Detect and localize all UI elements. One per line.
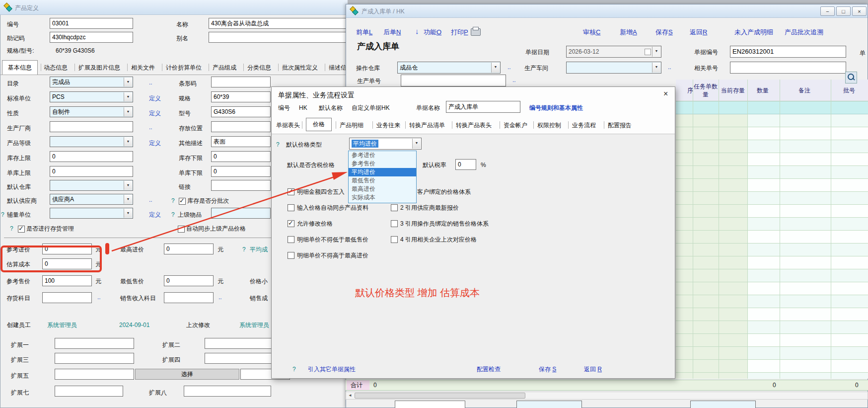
- nature-define-link[interactable]: 定义: [149, 109, 161, 117]
- toolbar-next-button[interactable]: 后单N: [383, 28, 401, 37]
- maximize-icon[interactable]: □: [836, 6, 851, 16]
- table-left-columns[interactable]: [676, 101, 747, 379]
- doc-date-field[interactable]: 2026-03-12: [566, 46, 661, 58]
- toolbar-prev-button[interactable]: 前单L: [356, 28, 372, 37]
- default-warehouse-combo[interactable]: [50, 180, 133, 191]
- dropdown-arrow-icon[interactable]: [652, 47, 660, 57]
- modal-tab-permission[interactable]: 权限控制: [537, 121, 561, 130]
- dropdown-arrow-icon[interactable]: [124, 195, 132, 204]
- mnemonic-input[interactable]: 430lhqcdpzc: [50, 32, 133, 43]
- spec-input[interactable]: 60*39: [211, 91, 271, 102]
- inventory-mgmt-checkbox[interactable]: [18, 226, 25, 233]
- table-right-columns[interactable]: [747, 101, 868, 379]
- table-active-row[interactable]: [676, 101, 868, 114]
- min-sell-limit-checkbox[interactable]: [288, 236, 294, 243]
- modal-tab-price[interactable]: 价格: [306, 118, 332, 131]
- sync-product-price-checkbox[interactable]: [288, 204, 294, 211]
- link-input[interactable]: [211, 180, 271, 191]
- sales-account-ellipsis-button[interactable]: ..: [218, 293, 222, 301]
- toolbar-function-button[interactable]: 功能O: [424, 28, 441, 37]
- tab-price-conversion-unit[interactable]: 计价折算单位: [166, 64, 202, 72]
- modal-tab-doc-header[interactable]: 单据表头: [276, 121, 300, 130]
- alias-input[interactable]: [209, 32, 347, 43]
- modal-tab-business[interactable]: 业务往来: [376, 121, 400, 130]
- select-button[interactable]: 选择: [135, 369, 239, 380]
- minimize-icon[interactable]: −: [820, 6, 835, 16]
- price-type-combo[interactable]: 平均进价: [349, 138, 422, 150]
- warehouse-ellipsis-button[interactable]: ..: [507, 63, 511, 71]
- ext7-input[interactable]: [55, 386, 123, 397]
- modal-doc-name-input[interactable]: 产成入库单: [446, 101, 520, 113]
- toolbar-batch-trace-link[interactable]: 产品批次追溯: [785, 28, 823, 37]
- modal-tab-product-detail[interactable]: 产品明细: [340, 121, 363, 130]
- tab-basic-info[interactable]: 基本信息: [2, 60, 38, 75]
- stock-min-input[interactable]: 0: [211, 151, 271, 162]
- bottom-row-field[interactable]: [690, 401, 756, 408]
- bottom-row-field[interactable]: [395, 401, 465, 408]
- wh-min-input[interactable]: 0: [211, 166, 271, 177]
- dropdown-option-selected[interactable]: 平均进价: [349, 168, 416, 176]
- std-unit-combo[interactable]: PCS: [50, 91, 133, 102]
- modal-tab-convert-list[interactable]: 转换产品清单: [409, 121, 445, 130]
- dropdown-arrow-icon[interactable]: [124, 78, 132, 86]
- bottom-row-field[interactable]: [516, 401, 582, 408]
- product-no-input[interactable]: 03001: [50, 18, 133, 29]
- catalog-combo[interactable]: 完成品: [50, 77, 133, 87]
- dropdown-option[interactable]: 参考售价: [349, 160, 416, 168]
- operator-price-system-checkbox[interactable]: [391, 220, 398, 227]
- allow-modify-price-checkbox[interactable]: [288, 220, 294, 227]
- dropdown-option[interactable]: 最低售价: [349, 176, 416, 185]
- ref-sell-price-input[interactable]: 100: [42, 275, 92, 286]
- grade-combo[interactable]: [50, 136, 133, 147]
- toolbar-pending-detail-link[interactable]: 未入产成明细: [734, 28, 773, 37]
- dropdown-arrow-icon[interactable]: [124, 209, 132, 218]
- printer-icon[interactable]: [471, 28, 481, 36]
- avg-cost-link-fragment[interactable]: 平均成: [250, 245, 268, 253]
- min-sell-price-input[interactable]: 0: [164, 275, 214, 286]
- parent-item-combo[interactable]: [211, 208, 271, 219]
- manufacturer-input[interactable]: [50, 121, 133, 132]
- magnifier-icon[interactable]: [845, 72, 857, 83]
- dropdown-arrow-icon[interactable]: [124, 107, 132, 116]
- op-warehouse-combo[interactable]: 成品仓: [397, 62, 501, 74]
- tab-product-composition[interactable]: 产品组成: [213, 64, 236, 72]
- supplier-ellipsis-button[interactable]: ..: [149, 196, 152, 204]
- price-type-dropdown[interactable]: 参考进价 参考售价 平均进价 最低售价 最高进价 实际成本: [348, 151, 417, 203]
- aux-unit-define-link[interactable]: 定义: [149, 211, 161, 219]
- close-icon[interactable]: ×: [852, 6, 867, 16]
- toolbar-back-button[interactable]: 返回R: [690, 28, 707, 37]
- default-supplier-combo[interactable]: 供应商A: [50, 194, 133, 205]
- round-amount-checkbox[interactable]: [288, 188, 294, 195]
- workshop-ellipsis-button[interactable]: ..: [668, 63, 671, 71]
- production-order-ellipsis-button[interactable]: ..: [512, 76, 516, 84]
- grade-define-link[interactable]: 定义: [149, 139, 161, 147]
- toolbar-save-button[interactable]: 保存S: [655, 28, 673, 37]
- barcode-input[interactable]: [211, 77, 271, 87]
- toolbar-audit-button[interactable]: 审核C: [583, 28, 600, 37]
- ext1-input[interactable]: [55, 338, 134, 349]
- ext5-input[interactable]: [55, 369, 134, 380]
- product-name-input[interactable]: 430离合器从动盘总成: [209, 18, 347, 29]
- dropdown-option[interactable]: 参考进价: [349, 151, 416, 160]
- related-company-price-checkbox[interactable]: [391, 236, 398, 243]
- inventory-account-ellipsis-button[interactable]: ..: [97, 293, 101, 301]
- toolbar-add-button[interactable]: 新增A: [620, 28, 637, 37]
- receipt-window-titlebar[interactable]: [346, 4, 868, 18]
- unit-define-link[interactable]: 定义: [149, 94, 161, 102]
- tab-extend-picture[interactable]: 扩展及图片信息: [78, 64, 120, 72]
- max-purchase-limit-checkbox[interactable]: [288, 252, 294, 259]
- scrollbar-thumb[interactable]: [355, 393, 525, 399]
- modal-tab-config-report[interactable]: 配置报告: [608, 121, 632, 130]
- dropdown-arrow-icon[interactable]: [124, 92, 132, 101]
- dropdown-arrow-icon[interactable]: [412, 139, 421, 149]
- tab-related-files[interactable]: 相关文件: [131, 64, 155, 72]
- config-check-link[interactable]: 配置检查: [477, 365, 501, 374]
- production-order-input[interactable]: [401, 75, 506, 86]
- dropdown-arrow-icon[interactable]: [124, 181, 132, 190]
- doc-no-input[interactable]: EN260312001: [730, 46, 846, 58]
- tab-dynamic-info[interactable]: 动态信息: [44, 64, 68, 72]
- dropdown-arrow-icon[interactable]: [652, 63, 660, 73]
- dropdown-option[interactable]: 实际成本: [349, 193, 416, 202]
- catalog-ellipsis-button[interactable]: ..: [149, 79, 152, 86]
- modal-tab-workflow[interactable]: 业务流程: [572, 121, 596, 130]
